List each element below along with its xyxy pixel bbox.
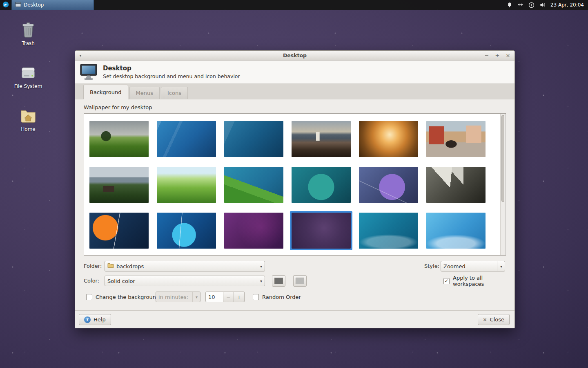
wallpaper-thumbnail-blue-circle-wave[interactable] bbox=[157, 213, 216, 249]
desktop-icon-label: Trash bbox=[11, 40, 46, 46]
wallpaper-thumbnail-teal-waves[interactable] bbox=[359, 213, 418, 249]
wallpaper-thumbnail-light-blue-waves[interactable] bbox=[426, 213, 486, 249]
folder-value: backdrops bbox=[116, 263, 254, 269]
window-title: Desktop bbox=[75, 52, 514, 58]
dialog-title: Desktop bbox=[103, 65, 240, 72]
wallpaper-thumbnail-orange-circle-dark-blue[interactable] bbox=[89, 213, 149, 249]
color-picker-1-button[interactable] bbox=[272, 275, 285, 287]
wallpaper-list bbox=[84, 113, 506, 256]
random-order-label: Random Order bbox=[262, 294, 301, 300]
wallpaper-thumbnail-purple-sphere[interactable] bbox=[359, 167, 418, 203]
change-background-option[interactable]: ✓ Change the background bbox=[86, 292, 159, 302]
wallpaper-thumbnail-purple-magenta-gradient[interactable] bbox=[224, 213, 283, 249]
check-icon: ✓ bbox=[444, 278, 448, 283]
window-icon bbox=[15, 2, 21, 9]
dialog-footer: ? Help ✕ Close bbox=[75, 310, 514, 328]
color-picker-2-button[interactable] bbox=[293, 275, 307, 287]
wallpaper-thumbnail-blue-curves[interactable] bbox=[224, 121, 283, 157]
folder-dropdown[interactable]: backdrops ▾ bbox=[105, 261, 265, 272]
monitor-icon bbox=[79, 62, 98, 82]
color-swatch-dark bbox=[274, 278, 283, 284]
maximize-button[interactable]: + bbox=[494, 52, 501, 59]
minutes-increment-button[interactable]: + bbox=[234, 292, 245, 302]
style-label: Style: bbox=[424, 261, 439, 272]
wallpaper-thumbnail-mountain-cabin[interactable] bbox=[89, 167, 149, 203]
style-value: Zoomed bbox=[443, 263, 494, 269]
wallpaper-thumbnail-teal-green-hills[interactable] bbox=[224, 167, 283, 203]
color-style-dropdown[interactable]: Solid color ▾ bbox=[105, 276, 265, 286]
background-tab-content: Wallpaper for my desktop Folder: backdro… bbox=[75, 99, 514, 310]
tab-icons[interactable]: Icons bbox=[161, 87, 188, 99]
chevron-down-icon: ▾ bbox=[497, 261, 502, 271]
xubuntu-logo-icon bbox=[2, 1, 9, 9]
window-menu-icon[interactable]: ▾ bbox=[75, 53, 86, 58]
close-button-label: Close bbox=[490, 316, 504, 323]
power-manager-icon[interactable] bbox=[528, 2, 535, 8]
dialog-subtitle: Set desktop background and menu and icon… bbox=[103, 73, 240, 79]
folder-label: Folder: bbox=[84, 261, 102, 272]
desktop-settings-window: ▾ Desktop − + × Desktop Set desktop bbox=[75, 50, 515, 328]
change-background-checkbox[interactable]: ✓ bbox=[86, 294, 92, 300]
wallpaper-section-label: Wallpaper for my desktop bbox=[84, 104, 152, 110]
desktop-icon-trash[interactable]: Trash bbox=[11, 20, 46, 46]
tab-strip: Background Menus Icons bbox=[75, 84, 514, 99]
tab-background[interactable]: Background bbox=[83, 85, 128, 99]
chevron-down-icon: ▾ bbox=[257, 261, 262, 271]
wallpaper-thumbnail-lighthouse-coast[interactable] bbox=[292, 121, 351, 157]
wallpaper-thumbnail-green-meadow-tree[interactable] bbox=[89, 121, 149, 157]
notifications-bell-icon[interactable] bbox=[506, 2, 513, 8]
hard-drive-icon bbox=[11, 63, 46, 82]
home-folder-icon bbox=[11, 106, 46, 125]
wallpaper-thumbnail-street-with-cat[interactable] bbox=[426, 121, 486, 157]
desktop-icon-home[interactable]: Home bbox=[11, 106, 46, 132]
minimize-button[interactable]: − bbox=[483, 52, 490, 59]
scrollbar-thumb[interactable] bbox=[501, 115, 504, 202]
folder-icon bbox=[107, 263, 114, 269]
wallpaper-grid bbox=[84, 114, 500, 255]
minutes-input[interactable] bbox=[205, 292, 223, 302]
wallpaper-thumbnail-blue-abstract[interactable] bbox=[157, 121, 216, 157]
desktop-icon-label: Home bbox=[11, 126, 46, 132]
apply-all-workspaces-option[interactable]: ✓ Apply to all workspaces bbox=[443, 276, 514, 286]
random-order-checkbox[interactable]: ✓ bbox=[253, 294, 259, 300]
chevron-down-icon: ▾ bbox=[192, 292, 198, 302]
tab-menus[interactable]: Menus bbox=[129, 87, 160, 99]
interval-value: in minutes: bbox=[158, 294, 190, 300]
clock[interactable]: 23 Apr, 20:04 bbox=[550, 2, 584, 8]
color-style-value: Solid color bbox=[107, 278, 254, 284]
help-button-label: Help bbox=[94, 316, 106, 323]
wallpaper-thumbnail-green-wheat-field[interactable] bbox=[157, 167, 216, 203]
wallpaper-thumbnail-teal-circle[interactable] bbox=[292, 167, 351, 203]
applications-menu-button[interactable] bbox=[0, 0, 11, 10]
color-label: Color: bbox=[84, 276, 99, 286]
desktop-icon-label: File System bbox=[11, 83, 46, 89]
wallpaper-thumbnail-sunset-field-path[interactable] bbox=[359, 121, 418, 157]
color-swatch-light bbox=[296, 278, 304, 284]
apply-all-label: Apply to all workspaces bbox=[453, 275, 514, 287]
trash-icon bbox=[11, 20, 46, 39]
help-button[interactable]: ? Help bbox=[79, 314, 111, 325]
chevron-down-icon: ▾ bbox=[257, 276, 262, 286]
top-panel: Desktop 23 Apr, 20:04 bbox=[0, 0, 588, 10]
close-window-button[interactable]: × bbox=[505, 52, 511, 59]
wallpaper-scrollbar[interactable] bbox=[500, 114, 505, 255]
network-icon[interactable] bbox=[517, 2, 524, 8]
minutes-decrement-button[interactable]: − bbox=[223, 292, 234, 302]
apply-all-checkbox[interactable]: ✓ bbox=[443, 278, 450, 284]
dialog-header: Desktop Set desktop background and menu … bbox=[75, 61, 514, 84]
taskbar-window-label: Desktop bbox=[24, 2, 44, 8]
taskbar-window-button[interactable]: Desktop bbox=[11, 0, 94, 10]
volume-icon[interactable] bbox=[539, 2, 546, 8]
wallpaper-thumbnail-dark-purple-default[interactable] bbox=[292, 213, 351, 249]
change-background-label: Change the background bbox=[96, 294, 159, 300]
wallpaper-thumbnail-grey-paper-boats[interactable] bbox=[426, 167, 486, 203]
style-dropdown[interactable]: Zoomed ▾ bbox=[441, 261, 505, 272]
help-icon: ? bbox=[84, 316, 91, 323]
desktop: Desktop 23 Apr, 20:04 Trash bbox=[0, 0, 588, 368]
close-button[interactable]: ✕ Close bbox=[478, 314, 510, 325]
window-titlebar[interactable]: ▾ Desktop − + × bbox=[75, 51, 514, 61]
close-icon: ✕ bbox=[483, 317, 487, 323]
random-order-option[interactable]: ✓ Random Order bbox=[253, 292, 301, 302]
desktop-icon-file-system[interactable]: File System bbox=[11, 63, 46, 89]
interval-dropdown[interactable]: in minutes: ▾ bbox=[156, 292, 200, 302]
